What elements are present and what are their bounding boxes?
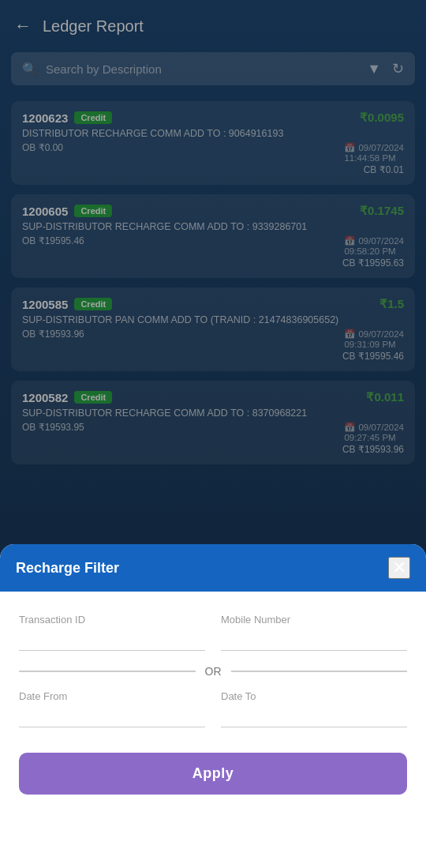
transaction-id-input[interactable] — [19, 630, 205, 651]
sheet-header: Recharge Filter ✕ — [0, 544, 426, 592]
filter-bottom-sheet: Recharge Filter ✕ Transaction ID Mobile … — [0, 544, 426, 868]
or-text: OR — [196, 665, 231, 678]
apply-button[interactable]: Apply — [19, 753, 407, 795]
mobile-number-input[interactable] — [221, 630, 407, 651]
date-from-label: Date From — [19, 690, 205, 702]
sheet-title: Recharge Filter — [16, 560, 119, 577]
overlay-dim — [0, 0, 426, 577]
date-from-field: Date From — [19, 690, 205, 727]
date-from-input[interactable] — [19, 707, 205, 727]
mobile-number-label: Mobile Number — [221, 614, 407, 626]
date-to-label: Date To — [221, 690, 407, 702]
date-to-input[interactable] — [221, 707, 407, 727]
filter-row-2: Date From Date To — [19, 690, 407, 727]
transaction-id-label: Transaction ID — [19, 614, 205, 626]
close-button[interactable]: ✕ — [388, 557, 410, 579]
filter-row-1: Transaction ID Mobile Number — [19, 614, 407, 651]
date-to-field: Date To — [221, 690, 407, 727]
or-line-left — [19, 671, 196, 672]
sheet-body: Transaction ID Mobile Number OR Date Fro… — [0, 592, 426, 810]
or-line-right — [231, 671, 408, 672]
mobile-number-field: Mobile Number — [221, 614, 407, 651]
transaction-id-field: Transaction ID — [19, 614, 205, 651]
or-divider: OR — [19, 665, 407, 678]
